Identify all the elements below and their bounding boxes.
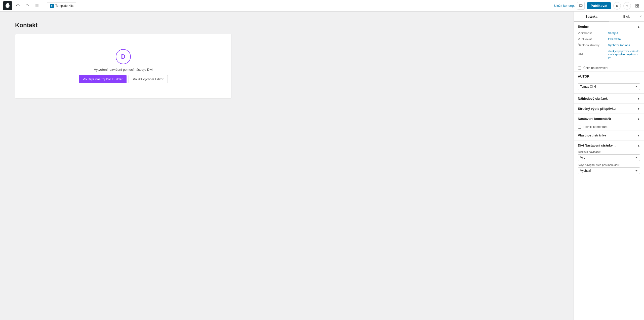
tab-blok[interactable]: Blok xyxy=(609,12,644,21)
sablona-label: Šablona stránky xyxy=(578,44,608,47)
souhrn-body: Viditelnost Veřejná Publikovat Okamžitě … xyxy=(574,31,644,65)
save-draft-button[interactable]: Uložit koncept xyxy=(554,4,575,8)
viditelnost-label: Viditelnost xyxy=(578,31,608,35)
divi-block-buttons: Použijte nástroj Divi Builder Použít výc… xyxy=(79,75,168,83)
undo-icon xyxy=(16,4,20,8)
nahledovy-arrow: ▼ xyxy=(637,97,640,100)
preview-button[interactable] xyxy=(577,2,585,10)
separator xyxy=(44,3,44,9)
souhrn-title: Souhrn xyxy=(578,25,589,28)
publish-button[interactable]: Publikovat xyxy=(587,2,611,9)
skryt-label: Skrýt navigaci před posunem dolů: xyxy=(578,163,640,166)
strucny-arrow: ▼ xyxy=(637,107,640,110)
main-layout: Kontakt D Vytvoření rozvržení pomocí nás… xyxy=(0,12,644,320)
nastaveni-komentaru-section: Nastavení komentářů ▲ Povolit komentáře xyxy=(574,114,644,130)
divi-icon-circle[interactable]: D xyxy=(613,2,621,10)
teckova-select[interactable]: Vyp xyxy=(578,154,640,161)
sidebar-content: Souhrn ▲ Viditelnost Veřejná Publikovat … xyxy=(574,22,644,320)
teckova-label: Tečková navigace: xyxy=(578,150,640,153)
ceka-schvaleni-label: Čeká na schválení xyxy=(583,66,608,70)
povolit-komentare-row: Povolit komentáře xyxy=(574,124,644,130)
divi-nastaveni-header[interactable]: Divi Nastavení stránky ... ▲ xyxy=(574,140,644,150)
strucny-label: Stručný výpis příspěvku xyxy=(578,107,616,111)
publikovat-label: Publikovat xyxy=(578,38,608,41)
sidebar-close-button[interactable]: × xyxy=(640,14,642,19)
autor-section: AUTOR Tomas Cirkl xyxy=(574,72,644,94)
skryt-select[interactable]: Výchozí xyxy=(578,167,640,174)
vlastnosti-label: Vlastnosti stránky xyxy=(578,133,606,137)
divi-logo-letter: D xyxy=(121,53,125,60)
publikovat-value[interactable]: Okamžitě xyxy=(608,38,640,41)
nastaveni-komentaru-toggle: ▲ xyxy=(637,117,640,120)
svg-rect-6 xyxy=(636,4,637,6)
nahledovy-row[interactable]: Náhledový obrázek ▼ xyxy=(574,94,644,104)
publikovat-row: Publikovat Okamžitě xyxy=(578,38,640,41)
divi-logo-circle: D xyxy=(116,49,131,64)
souhrn-section: Souhrn ▲ Viditelnost Veřejná Publikovat … xyxy=(574,22,644,72)
nastaveni-komentaru-header[interactable]: Nastavení komentářů ▲ xyxy=(574,114,644,124)
strucny-row[interactable]: Stručný výpis příspěvku ▼ xyxy=(574,104,644,114)
divi-block-description: Vytvoření rozvržení pomocí nástroje Divi xyxy=(94,68,153,72)
sablona-row: Šablona stránky Výchozí šablona xyxy=(578,44,640,47)
topbar-left: S Template Kits xyxy=(3,1,76,10)
use-default-editor-button[interactable]: Použít výchozí Editor xyxy=(129,75,168,83)
vlastnosti-arrow: ▼ xyxy=(637,134,640,137)
vlastnosti-row[interactable]: Vlastnosti stránky ▼ xyxy=(574,130,644,140)
divi-block: D Vytvoření rozvržení pomocí nástroje Di… xyxy=(15,34,231,99)
wordpress-icon xyxy=(5,3,10,8)
use-divi-builder-button[interactable]: Použijte nástroj Divi Builder xyxy=(79,75,127,83)
bolt-icon xyxy=(626,4,629,7)
page-title: Kontakt xyxy=(15,22,558,29)
nastaveni-komentaru-title: Nastavení komentářů xyxy=(578,117,611,121)
bolt-icon-circle[interactable] xyxy=(623,2,631,10)
tab-stranka[interactable]: Stránka xyxy=(574,12,609,21)
url-label: URL xyxy=(578,52,608,56)
autor-body: Tomas Cirkl xyxy=(574,81,644,93)
svg-rect-3 xyxy=(579,4,582,6)
nahledovy-label: Náhledový obrázek xyxy=(578,97,608,100)
viditelnost-value[interactable]: Veřejná xyxy=(608,31,640,35)
topbar-right: Uložit koncept Publikovat D xyxy=(554,2,641,10)
svg-rect-9 xyxy=(636,6,637,7)
ceka-schvaleni-row: Čeká na schválení xyxy=(574,65,644,71)
ceka-schvaleni-checkbox[interactable] xyxy=(578,66,581,70)
souhrn-header[interactable]: Souhrn ▲ xyxy=(574,22,644,31)
editor-area: Kontakt D Vytvoření rozvržení pomocí nás… xyxy=(0,12,574,320)
undo-button[interactable] xyxy=(14,2,22,10)
layout-icon xyxy=(635,4,639,8)
sablona-value[interactable]: Výchozí šablona xyxy=(608,44,640,47)
divi-nastaveni-title: Divi Nastavení stránky ... xyxy=(578,144,616,147)
viditelnost-row: Viditelnost Veřejná xyxy=(578,31,640,35)
tab-indicator xyxy=(574,21,609,21)
more-tools-button[interactable] xyxy=(33,2,41,10)
autor-title: AUTOR xyxy=(578,75,589,78)
svg-rect-8 xyxy=(637,6,639,7)
monitor-icon xyxy=(579,4,583,8)
redo-icon xyxy=(25,4,29,8)
divi-nastaveni-toggle: ▲ xyxy=(637,144,640,147)
wp-logo-icon[interactable] xyxy=(3,1,12,10)
povolit-komentare-label: Povolit komentáře xyxy=(583,125,608,129)
souhrn-toggle-icon: ▲ xyxy=(637,25,640,28)
template-kits-button[interactable]: S Template Kits xyxy=(47,2,76,9)
divi-nastaveni-body: Tečková navigace: Vyp Skrýt navigaci pře… xyxy=(574,150,644,180)
right-sidebar: Stránka Blok × Souhrn ▲ Viditelnost Veře… xyxy=(574,12,644,320)
sidebar-tabs: Stránka Blok × xyxy=(574,12,644,22)
tools-icon xyxy=(35,4,39,8)
url-row: URL clanky.wpspravce.cz/automaticky-vytv… xyxy=(578,50,640,59)
autor-header: AUTOR xyxy=(574,72,644,81)
redo-button[interactable] xyxy=(24,2,31,10)
povolit-komentare-checkbox[interactable] xyxy=(578,125,581,129)
template-kits-label: Template Kits xyxy=(55,4,73,8)
divi-nastaveni-section: Divi Nastavení stránky ... ▲ Tečková nav… xyxy=(574,140,644,180)
topbar: S Template Kits Uložit koncept Publikova… xyxy=(0,0,644,12)
url-value[interactable]: clanky.wpspravce.cz/automaticky-vytvoren… xyxy=(608,50,640,59)
svg-rect-7 xyxy=(637,4,639,6)
template-kits-icon: S xyxy=(50,4,54,8)
autor-select[interactable]: Tomas Cirkl xyxy=(578,83,640,90)
layout-settings-button[interactable] xyxy=(633,2,641,10)
